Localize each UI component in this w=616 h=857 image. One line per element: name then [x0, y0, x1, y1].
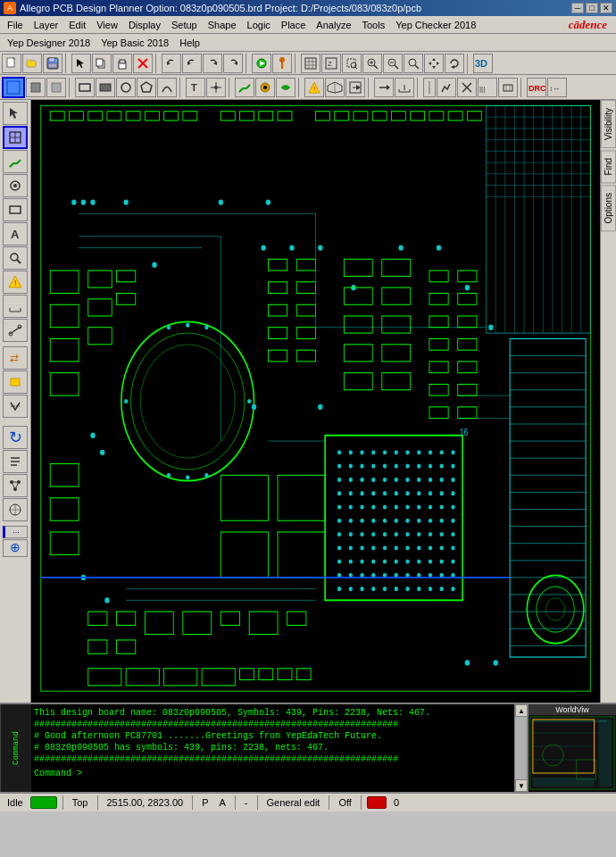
undo-button[interactable]	[162, 54, 181, 73]
zoom-prev-button[interactable]	[404, 54, 423, 73]
redo2-button[interactable]	[223, 54, 243, 73]
arrow-tool[interactable]	[374, 78, 394, 97]
svg-text:!: !	[14, 279, 17, 287]
custom-tool1[interactable]	[423, 78, 436, 97]
menu-yep-designer[interactable]: Yep Designer 2018	[2, 36, 96, 50]
arc-tool[interactable]	[157, 78, 177, 97]
copy-button[interactable]	[92, 54, 112, 73]
snap-tool[interactable]	[206, 78, 226, 97]
via-tool[interactable]	[255, 78, 275, 97]
zoom-in-button[interactable]	[362, 54, 382, 73]
left-eyedrop-btn[interactable]: ⇄	[3, 346, 28, 370]
custom-tool5[interactable]	[498, 78, 518, 97]
grid-button[interactable]	[301, 54, 320, 73]
left-flip-btn[interactable]	[3, 395, 28, 418]
paste-button[interactable]	[112, 54, 132, 73]
svg-point-370	[124, 199, 129, 204]
text-tool[interactable]: T	[186, 78, 205, 97]
visibility-tab[interactable]: Visibility	[601, 100, 616, 148]
left-arrow-btn[interactable]: ⊕	[3, 539, 28, 557]
left-move-btn[interactable]	[3, 126, 28, 149]
menu-shape[interactable]: Shape	[203, 18, 242, 32]
pcb-canvas-area[interactable]: 16	[31, 100, 600, 703]
select-button[interactable]	[71, 54, 91, 73]
minimize-button[interactable]: ─	[571, 3, 584, 13]
close-button[interactable]: ✕	[600, 3, 612, 13]
layer3-button[interactable]	[46, 78, 66, 97]
poly-tool[interactable]	[137, 78, 156, 97]
route-tool[interactable]	[235, 78, 254, 97]
rotate-button[interactable]	[445, 54, 464, 73]
layer-top-button[interactable]	[2, 77, 25, 98]
menu-help[interactable]: Help	[174, 36, 205, 50]
redo-button[interactable]	[203, 54, 222, 73]
menu-yep-basic[interactable]: Yep Basic 2018	[96, 36, 174, 50]
left-net-btn[interactable]	[3, 474, 28, 497]
left-place-btn[interactable]	[3, 174, 28, 197]
left-cut-btn[interactable]	[3, 319, 28, 342]
find-tab[interactable]: Find	[601, 150, 616, 183]
save-button[interactable]	[43, 54, 62, 73]
menu-yep-checker[interactable]: Yep Checker 2018	[390, 18, 481, 32]
left-pad-btn[interactable]	[3, 370, 28, 394]
menu-layer[interactable]: Layer	[29, 18, 64, 32]
scroll-up-button[interactable]: ▲	[515, 704, 528, 717]
measure-tool[interactable]	[395, 78, 414, 97]
svg-point-275	[395, 560, 398, 564]
open-button[interactable]	[22, 54, 42, 73]
svg-point-247	[451, 519, 454, 523]
gloss-tool[interactable]	[276, 78, 296, 97]
menu-display[interactable]: Display	[123, 18, 166, 32]
svg-marker-42	[429, 62, 431, 65]
left-drc-btn[interactable]: !	[3, 270, 28, 294]
layer2-button[interactable]	[26, 78, 46, 97]
left-inspect-btn[interactable]	[3, 246, 28, 270]
delete-button[interactable]	[133, 54, 153, 73]
left-gloss-btn[interactable]: ···	[3, 526, 28, 538]
maximize-button[interactable]: □	[586, 3, 598, 13]
custom-tool3[interactable]	[457, 78, 477, 97]
left-shape-btn[interactable]	[3, 198, 28, 221]
left-select-btn[interactable]	[3, 102, 28, 125]
menu-place[interactable]: Place	[276, 18, 312, 32]
menu-edit[interactable]: Edit	[63, 18, 91, 32]
left-text-btn[interactable]: A	[3, 222, 28, 245]
custom-tool4[interactable]: |||	[478, 78, 497, 97]
custom-tool6[interactable]: DRC	[527, 78, 546, 97]
left-fab-btn[interactable]	[3, 498, 28, 521]
left-prop-btn[interactable]	[3, 450, 28, 473]
new-button[interactable]	[2, 54, 21, 73]
menu-view[interactable]: View	[91, 18, 123, 32]
svg-point-193	[337, 464, 341, 469]
undo2-button[interactable]	[182, 54, 202, 73]
zoom-out-button[interactable]	[383, 54, 403, 73]
run-button[interactable]	[252, 54, 271, 73]
zoom-area-button[interactable]	[342, 54, 362, 73]
left-route-btn[interactable]	[3, 150, 28, 173]
export-tool[interactable]	[345, 78, 365, 97]
circle-tool[interactable]	[116, 78, 136, 97]
fill-rect-tool[interactable]	[96, 78, 115, 97]
drc-tool[interactable]: !	[304, 78, 324, 97]
left-measure-btn[interactable]	[3, 295, 28, 318]
custom-tool7[interactable]: ↕↔	[547, 78, 567, 97]
zoom-fit-button[interactable]: Z	[321, 54, 341, 73]
scroll-down-button[interactable]: ▼	[515, 779, 528, 792]
console-prompt[interactable]: Command >	[34, 769, 512, 778]
menu-analyze[interactable]: Analyze	[311, 18, 356, 32]
3d-view-tool[interactable]	[325, 78, 345, 97]
menu-logic[interactable]: Logic	[242, 18, 276, 32]
scroll-track[interactable]	[515, 717, 527, 779]
menu-tools[interactable]: Tools	[357, 18, 391, 32]
custom-tool2[interactable]	[437, 78, 456, 97]
rect-tool[interactable]	[75, 78, 95, 97]
menu-setup[interactable]: Setup	[166, 18, 203, 32]
svg-point-141	[186, 323, 189, 328]
options-tab[interactable]: Options	[601, 185, 616, 231]
3d-button[interactable]: 3D	[473, 54, 493, 73]
pan-button[interactable]	[424, 54, 444, 73]
console-line-4: # 083z0p090505 has symbols: 439, pins: 2…	[34, 742, 512, 753]
menu-file[interactable]: File	[2, 18, 29, 32]
left-rotate-btn[interactable]: ↻	[3, 426, 28, 449]
pin-button[interactable]	[272, 54, 292, 73]
